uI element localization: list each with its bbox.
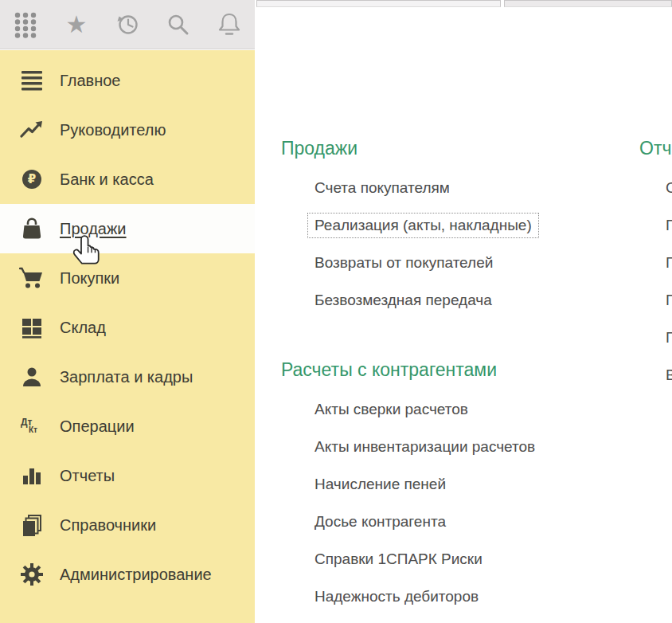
sidebar-item-pokupki[interactable]: Покупки xyxy=(0,253,255,303)
tab-sliver-left[interactable] xyxy=(256,0,501,7)
books-icon xyxy=(19,512,45,538)
section-header-sales: Продажи xyxy=(281,137,539,159)
link-reports-item-6[interactable]: В xyxy=(666,366,672,384)
sidebar-item-administrirovanie[interactable]: Администрирование xyxy=(0,550,255,599)
sidebar-item-label: Зарплата и кадры xyxy=(60,368,193,386)
sidebar-item-operacii[interactable]: Дт Кт Операции xyxy=(0,402,255,451)
link-akty-sverki-raschetov[interactable]: Акты сверки расчетов xyxy=(315,401,468,418)
link-reports-item-5[interactable]: П xyxy=(666,329,672,347)
person-icon xyxy=(19,364,45,390)
sidebar-item-spravochniki[interactable]: Справочники xyxy=(0,500,255,550)
section-panel-sidebar: Главное Руководителю ₽ Банк и касса xyxy=(0,50,255,623)
sidebar-item-bank-i-kassa[interactable]: ₽ Банк и касса xyxy=(0,155,255,204)
sidebar-item-label: Покупки xyxy=(60,269,119,288)
favorites-star-icon[interactable]: ★ xyxy=(63,9,90,41)
link-vozvraty-ot-pokupateley[interactable]: Возвраты от покупателей xyxy=(315,254,493,272)
sidebar-item-label: Отчеты xyxy=(60,467,115,485)
sidebar-item-prodazhi[interactable]: Продажи xyxy=(0,204,255,253)
sidebar-item-label: Главное xyxy=(60,72,120,90)
sidebar-item-zarplata-i-kadry[interactable]: Зарплата и кадры xyxy=(0,352,255,402)
link-nachislenie-peney[interactable]: Начисление пеней xyxy=(315,476,446,493)
section-reports-clipped: Отч С П П П П В xyxy=(639,137,672,394)
sidebar-item-label: Склад xyxy=(60,319,106,337)
history-clock-icon[interactable] xyxy=(114,9,141,41)
sidebar-item-label: Администрирование xyxy=(60,566,212,584)
link-bezvozmezdnaya-peredacha[interactable]: Безвозмездная передача xyxy=(315,292,492,309)
svg-text:₽: ₽ xyxy=(28,172,36,186)
sidebar-item-label: Банк и касса xyxy=(60,170,154,189)
link-nadezhnost-debitorov[interactable]: Надежность дебиторов xyxy=(315,588,479,605)
sidebar-item-label: Руководителю xyxy=(60,121,166,139)
section-header-settlements: Расчеты с контрагентами xyxy=(281,359,535,381)
bar-chart-icon xyxy=(19,463,45,488)
link-dosye-kontragenta[interactable]: Досье контрагента xyxy=(315,513,446,531)
quick-access-toolbar: ★ xyxy=(0,0,255,49)
tab-sliver-right[interactable] xyxy=(504,0,672,7)
link-scheta-pokupatelyam[interactable]: Счета покупателям xyxy=(315,179,450,197)
trend-arrow-icon xyxy=(19,117,45,143)
sidebar-item-label: Операции xyxy=(60,417,135,436)
sidebar-item-rukovoditelyu[interactable]: Руководителю xyxy=(0,105,255,155)
notifications-bell-icon[interactable] xyxy=(216,9,243,41)
shopping-cart-icon xyxy=(19,265,45,291)
gear-icon xyxy=(19,562,45,587)
shopping-bag-icon xyxy=(19,216,45,241)
link-spravki-1spark-riski[interactable]: Справки 1СПАРК Риски xyxy=(315,551,483,568)
app-window: ★ xyxy=(0,0,672,623)
sidebar-item-label: Продажи xyxy=(60,220,127,238)
apps-grid-icon[interactable] xyxy=(12,9,39,41)
link-reports-item-4[interactable]: П xyxy=(666,292,672,309)
warehouse-grid-icon xyxy=(19,315,45,340)
search-icon[interactable] xyxy=(165,9,192,41)
section-header-reports: Отч xyxy=(639,137,672,159)
section-settlements: Расчеты с контрагентами Акты сверки расч… xyxy=(281,359,535,615)
sidebar-item-otchety[interactable]: Отчеты xyxy=(0,451,255,500)
sidebar-item-label: Справочники xyxy=(60,516,156,535)
debit-credit-icon: Дт Кт xyxy=(19,413,45,439)
link-reports-item-1[interactable]: С xyxy=(666,179,672,197)
ruble-coin-icon: ₽ xyxy=(19,167,45,192)
tab-strip xyxy=(256,0,672,8)
link-reports-item-2[interactable]: П xyxy=(666,217,672,234)
link-reports-item-3[interactable]: П xyxy=(666,254,672,272)
menu-lines-icon xyxy=(19,68,45,93)
sidebar-item-sklad[interactable]: Склад xyxy=(0,303,255,352)
link-realizaciya-akty-nakladnye[interactable]: Реализация (акты, накладные) xyxy=(307,213,539,238)
function-menu-panel: Продажи Счета покупателям Реализация (ак… xyxy=(256,0,672,623)
link-akty-inventarizacii-raschetov[interactable]: Акты инвентаризации расчетов xyxy=(315,438,535,456)
section-sales: Продажи Счета покупателям Реализация (ак… xyxy=(281,137,539,319)
sidebar-item-glavnoe[interactable]: Главное xyxy=(0,56,255,105)
